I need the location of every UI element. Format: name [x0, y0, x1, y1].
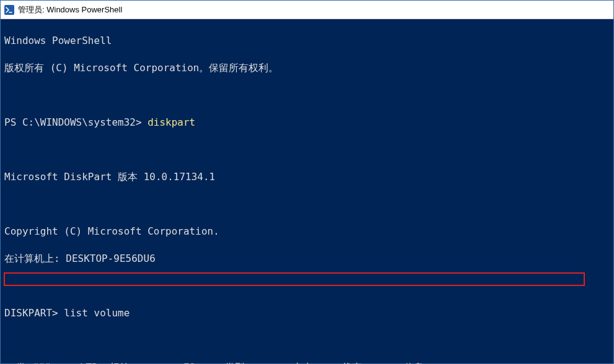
- titlebar[interactable]: 管理员: Windows PowerShell: [1, 1, 613, 19]
- blank-line: [4, 334, 610, 347]
- blank-line: [4, 279, 610, 293]
- diskpart-copyright: Copyright (C) Microsoft Corporation.: [4, 225, 610, 238]
- prompt-path: PS C:\WINDOWS\system32>: [4, 116, 147, 128]
- prompt-line: PS C:\WINDOWS\system32> diskpart: [4, 116, 610, 129]
- diskpart-version: Microsoft DiskPart 版本 10.0.17134.1: [4, 170, 610, 184]
- diskpart-prompt: DISKPART> list volume: [4, 306, 610, 320]
- prompt-command: diskpart: [147, 116, 195, 128]
- terminal-body[interactable]: Windows PowerShell 版权所有 (C) Microsoft Co…: [1, 19, 613, 363]
- svg-rect-0: [4, 5, 14, 15]
- blank-line: [4, 197, 610, 211]
- ps-header-line: Windows PowerShell: [4, 34, 610, 48]
- window-title: 管理员: Windows PowerShell: [18, 4, 122, 15]
- computer-name-line: 在计算机上: DESKTOP-9E56DU6: [4, 252, 610, 266]
- table-header: 卷 ### LTR 标签 FS 类型 大小 状态 信息: [4, 361, 610, 364]
- blank-line: [4, 89, 610, 102]
- ps-copyright-line: 版权所有 (C) Microsoft Corporation。保留所有权利。: [4, 61, 610, 75]
- powershell-window: 管理员: Windows PowerShell Windows PowerShe…: [0, 0, 614, 364]
- powershell-icon: [4, 5, 14, 15]
- blank-line: [4, 143, 610, 157]
